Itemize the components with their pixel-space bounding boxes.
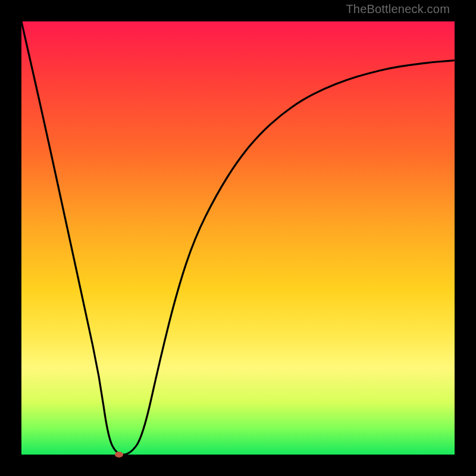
optimal-point-marker [115, 452, 123, 458]
chart-frame: TheBottleneck.com [0, 0, 476, 476]
bottleneck-curve-svg [21, 21, 455, 455]
bottleneck-curve-path [21, 21, 455, 455]
plot-area [21, 21, 455, 455]
watermark-text: TheBottleneck.com [346, 2, 450, 16]
